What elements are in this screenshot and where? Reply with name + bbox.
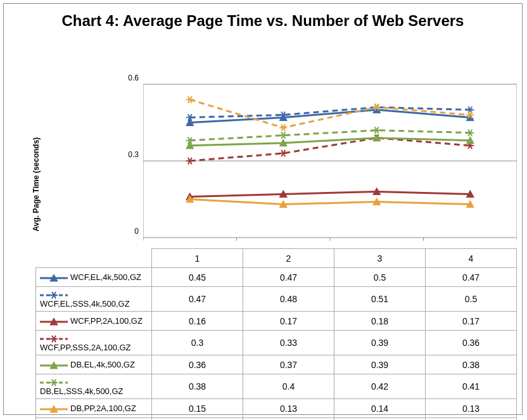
y-tick-1: 0.3 (124, 150, 139, 159)
data-cell: 0.48 (243, 287, 334, 312)
series-label-2: WCF,PP,2A,100,GZ (36, 312, 152, 331)
data-cell: 0.42 (334, 374, 426, 399)
series-label-0: WCF,EL,4k,500,GZ (36, 268, 152, 287)
chart-lines (143, 79, 517, 248)
y-axis-label: Avg. Page Time (seconds) (32, 121, 41, 248)
table-row: WCF,PP,2A,100,GZ0.160.170.180.17 (36, 312, 517, 331)
series-label-4: DB,EL,4k,500,GZ (36, 355, 152, 374)
data-cell: 0.51 (334, 287, 426, 312)
plot-region: Avg. Page Time (seconds) 0.6 0.3 0 (35, 79, 517, 248)
data-cell: 0.38 (426, 355, 517, 374)
data-cell: 0.38 (152, 374, 243, 399)
data-cell: 0.47 (243, 268, 334, 287)
x-category-2: 3 (334, 249, 426, 268)
series-label-5: DB,EL,SSS,4k,500,GZ (36, 374, 152, 399)
table-row: DB,EL,SSS,4k,500,GZ0.380.40.420.41 (36, 374, 517, 399)
chart-panel: Chart 4: Average Page Time vs. Number of… (3, 3, 523, 415)
y-tick-0: 0 (124, 227, 139, 236)
series-label-6: DB,PP,2A,100,GZ (36, 399, 152, 418)
data-table: 1234WCF,EL,4k,500,GZ0.450.470.50.47WCF,E… (35, 248, 517, 420)
data-cell: 0.36 (152, 355, 243, 374)
table-row: DB,PP,2A,100,GZ0.150.130.140.13 (36, 399, 517, 418)
data-cell: 0.4 (243, 374, 334, 399)
data-cell: 0.13 (243, 399, 334, 418)
table-row: DB,EL,4k,500,GZ0.360.370.390.38 (36, 355, 517, 374)
data-cell: 0.51 (334, 418, 426, 421)
data-cell: 0.33 (243, 331, 334, 355)
data-cell: 0.48 (426, 418, 517, 421)
legend-swatch (40, 379, 68, 386)
series-label-3: WCF,PP,SSS,2A,100,GZ (36, 331, 152, 355)
data-cell: 0.15 (152, 399, 243, 418)
x-category-0: 1 (152, 249, 243, 268)
x-category-1: 2 (243, 249, 334, 268)
legend-swatch (40, 405, 68, 413)
data-cell: 0.47 (426, 268, 517, 287)
x-category-3: 4 (426, 249, 517, 268)
data-cell: 0.41 (426, 374, 517, 399)
data-cell: 0.3 (152, 331, 243, 355)
legend-swatch (40, 291, 68, 299)
data-cell: 0.43 (243, 418, 334, 421)
data-cell: 0.54 (152, 418, 243, 421)
data-cell: 0.45 (152, 268, 243, 287)
y-tick-2: 0.6 (124, 73, 139, 82)
legend-swatch (40, 362, 68, 369)
data-cell: 0.5 (426, 287, 517, 312)
data-cell: 0.16 (152, 312, 243, 331)
data-cell: 0.18 (334, 312, 426, 331)
data-cell: 0.17 (426, 312, 517, 331)
legend-swatch (40, 335, 68, 343)
data-cell: 0.17 (243, 312, 334, 331)
data-cell: 0.14 (334, 399, 426, 418)
table-row: WCF,EL,4k,500,GZ0.450.470.50.47 (36, 268, 517, 287)
data-cell: 0.39 (334, 331, 426, 355)
legend-swatch (40, 318, 68, 326)
chart-title: Chart 4: Average Page Time vs. Number of… (4, 4, 522, 30)
data-cell: 0.39 (334, 355, 426, 374)
table-row: WCF,EL,SSS,4k,500,GZ0.470.480.510.5 (36, 287, 517, 312)
data-cell: 0.47 (152, 287, 243, 312)
table-row: DB,PP,SSS,2A,100,GZ0.540.430.510.48 (36, 418, 517, 421)
data-cell: 0.37 (243, 355, 334, 374)
series-label-1: WCF,EL,SSS,4k,500,GZ (36, 287, 152, 312)
table-row: WCF,PP,SSS,2A,100,GZ0.30.330.390.36 (36, 331, 517, 355)
data-cell: 0.36 (426, 331, 517, 355)
legend-swatch (40, 274, 68, 282)
data-cell: 0.13 (426, 399, 517, 418)
data-cell: 0.5 (334, 268, 426, 287)
series-label-7: DB,PP,SSS,2A,100,GZ (36, 418, 152, 421)
